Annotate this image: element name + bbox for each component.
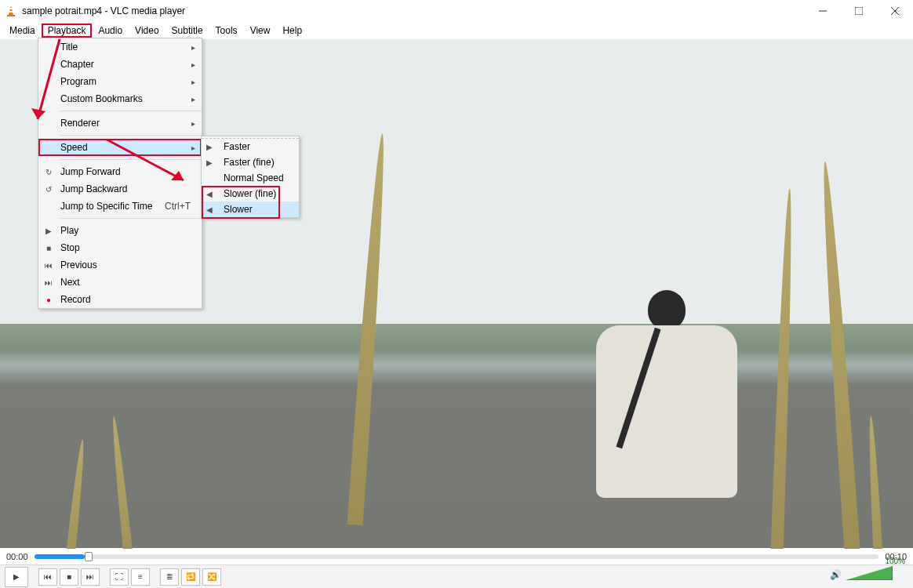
speaker-icon[interactable]: 🔊 (830, 569, 842, 580)
slower-icon: ◀ (206, 205, 217, 214)
stop-button[interactable]: ■ (60, 568, 78, 586)
faster-icon: ▶ (206, 143, 217, 151)
play-icon: ▶ (43, 227, 54, 235)
seek-track[interactable] (35, 554, 879, 559)
shuffle-button[interactable]: 🔀 (202, 568, 221, 586)
submenu-faster[interactable]: ▶Faster (202, 139, 299, 154)
record-icon: ● (43, 296, 54, 304)
jump-forward-icon: ↻ (43, 168, 54, 176)
video-foliage (347, 133, 391, 525)
fullscreen-button[interactable]: ⛶ (110, 568, 129, 586)
playlist-button[interactable]: ≣ (160, 568, 179, 586)
window-controls (805, 0, 913, 22)
volume-control[interactable]: 🔊 100% (846, 566, 908, 586)
minimize-button[interactable] (805, 0, 841, 22)
titlebar: sample potrait.mp4 - VLC media player (0, 0, 913, 22)
menuitem-label: Slower (224, 204, 253, 215)
svg-marker-9 (31, 108, 45, 119)
video-foliage (769, 188, 795, 580)
loop-button[interactable]: 🔁 (181, 568, 200, 586)
svg-marker-0 (9, 5, 13, 15)
stop-icon: ■ (43, 244, 54, 252)
svg-line-8 (38, 39, 60, 119)
menuitem-label: Play (60, 225, 78, 236)
menuitem-label: Faster (fine) (224, 157, 275, 168)
timebar: 00:00 00:10 (0, 549, 913, 564)
svg-rect-3 (7, 15, 15, 16)
menuitem-jump-time[interactable]: Jump to Specific TimeCtrl+T (38, 198, 202, 215)
extended-settings-button[interactable]: ≡ (131, 568, 150, 586)
menuitem-label: Stop (60, 242, 80, 253)
menuitem-stop[interactable]: ■Stop (38, 239, 202, 256)
menuitem-label: Next (60, 277, 80, 288)
window-title: sample potrait.mp4 - VLC media player (22, 5, 185, 16)
menuitem-shortcut: Ctrl+T (165, 201, 191, 212)
menuitem-play[interactable]: ▶Play (38, 222, 202, 239)
menu-video[interactable]: Video (129, 24, 165, 38)
svg-rect-1 (9, 8, 13, 9)
close-button[interactable] (877, 0, 913, 22)
menuitem-next[interactable]: ⏭Next (38, 274, 202, 291)
svg-line-10 (107, 140, 184, 180)
submenu-slower[interactable]: ◀Slower (202, 201, 299, 217)
menubar: Media Playback Audio Video Subtitle Tool… (0, 22, 913, 39)
time-current: 00:00 (6, 552, 28, 561)
maximize-button[interactable] (841, 0, 877, 22)
svg-rect-2 (9, 11, 13, 13)
menuitem-label: Custom Bookmarks (60, 93, 143, 104)
menu-audio[interactable]: Audio (92, 24, 129, 38)
menuitem-label: Speed (60, 142, 88, 153)
svg-rect-5 (855, 7, 863, 15)
volume-label: 100% (885, 557, 905, 565)
video-foliage (817, 161, 861, 568)
menu-help[interactable]: Help (276, 24, 308, 38)
menu-tools[interactable]: Tools (209, 24, 244, 38)
submenu-normal[interactable]: Normal Speed (202, 170, 299, 186)
slower-fine-icon: ◀ (206, 190, 217, 198)
previous-icon: ⏮ (43, 261, 54, 270)
menuitem-previous[interactable]: ⏮Previous (38, 256, 202, 274)
menuitem-label: Normal Speed (224, 172, 284, 183)
menu-separator (60, 111, 202, 111)
previous-button[interactable]: ⏮ (38, 568, 57, 586)
menu-separator (60, 218, 202, 219)
annotation-arrow (102, 135, 196, 190)
menuitem-label: Faster (224, 141, 250, 152)
submenu-slower-fine[interactable]: ◀Slower (fine) (202, 186, 299, 201)
annotation-arrow (28, 33, 67, 135)
vlc-icon (5, 5, 17, 17)
play-button[interactable]: ▶ (5, 567, 28, 587)
menu-view[interactable]: View (244, 24, 277, 38)
volume-slider[interactable] (846, 566, 893, 580)
next-button[interactable]: ⏭ (81, 568, 100, 586)
menuitem-record[interactable]: ●Record (38, 291, 202, 308)
video-subject (588, 290, 745, 525)
menuitem-label: Previous (60, 260, 97, 270)
controls: ▶ ⏮ ■ ⏭ ⛶ ≡ ≣ 🔁 🔀 🔊 100% (0, 564, 913, 588)
faster-fine-icon: ▶ (206, 158, 217, 167)
seek-knob[interactable] (85, 552, 93, 561)
submenu-faster-fine[interactable]: ▶Faster (fine) (202, 154, 299, 170)
menuitem-label: Jump to Specific Time (60, 201, 152, 212)
next-icon: ⏭ (43, 278, 54, 287)
menuitem-label: Record (60, 294, 91, 305)
menu-subtitle[interactable]: Subtitle (166, 24, 209, 38)
jump-backward-icon: ↺ (43, 185, 54, 194)
menuitem-label: Slower (fine) (224, 188, 276, 199)
seek-progress (35, 554, 85, 559)
speed-submenu: ▶Faster ▶Faster (fine) Normal Speed ◀Slo… (201, 136, 300, 218)
